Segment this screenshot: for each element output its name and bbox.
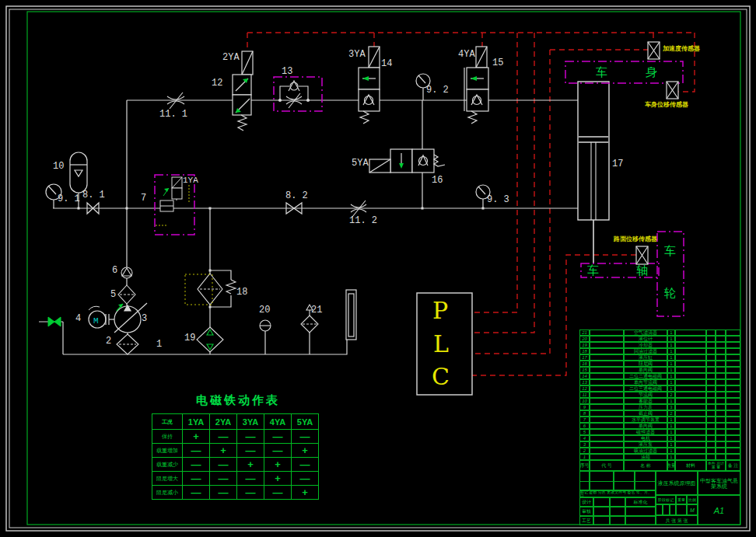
part-no: 4 — [579, 435, 590, 441]
part-no: 16 — [579, 361, 590, 367]
solenoid-state-cell: + — [264, 458, 292, 472]
part-code — [590, 361, 624, 367]
part-name: 磁性滤器 — [624, 429, 667, 435]
parts-list-row: 4电机1 — [579, 435, 740, 441]
part-material — [675, 392, 706, 398]
part-material — [675, 367, 706, 373]
part-remark — [726, 423, 740, 429]
part-name: 阻尼阀 — [624, 361, 667, 367]
part-qty: 1 — [667, 417, 675, 423]
label-2: 2 — [106, 336, 111, 346]
part-total-weight — [716, 417, 726, 423]
label-20: 20 — [259, 305, 270, 315]
solenoid-state-cell: + — [264, 472, 292, 486]
parts-header-material: 材料 — [675, 460, 706, 471]
part-name: 压力表 — [624, 404, 667, 410]
part-material — [675, 354, 706, 361]
solenoid-state-cell: — — [292, 430, 319, 444]
parts-list-row: 16阻尼阀1 — [579, 361, 740, 367]
part-unit-weight — [706, 398, 716, 404]
label-1: 1 — [156, 340, 162, 349]
part-remark — [726, 441, 740, 448]
label-17: 17 — [612, 159, 623, 169]
part-material — [675, 398, 706, 404]
parts-list-row: 5磁性滤器1 — [579, 429, 740, 435]
label-6: 6 — [112, 266, 117, 275]
parts-list-row: 17液压缸1 — [579, 354, 740, 361]
part-total-weight — [716, 435, 726, 441]
part-material — [675, 379, 706, 385]
part-unit-weight — [706, 336, 716, 342]
label-18: 18 — [236, 288, 247, 297]
part-code — [590, 441, 624, 448]
solenoid-state-cell: — — [237, 486, 264, 500]
part-no: 5 — [579, 429, 590, 435]
part-no: 10 — [579, 398, 590, 404]
solenoid-state-cell: + — [183, 430, 210, 444]
label-9-1: 9. 1 — [58, 194, 80, 204]
condition-label: 阻尼减小 — [152, 486, 183, 500]
solenoid-state-cell: + — [292, 444, 319, 458]
motor-letter: M — [93, 316, 99, 326]
part-name: 单向阀 — [624, 367, 667, 373]
label-11-2: 11. 2 — [349, 216, 377, 225]
part-qty: 1 — [667, 336, 675, 342]
label-15: 15 — [492, 58, 503, 68]
part-code — [590, 385, 624, 392]
acceleration-sensor-icon — [648, 42, 660, 59]
part-name: 冷却器 — [624, 342, 667, 348]
part-total-weight — [716, 348, 726, 354]
part-total-weight — [716, 354, 726, 361]
title-block-bottom: 标记 处数 分区 更改文件号 签名 年、月、日 设计 标准化 审核 工艺 液压系… — [579, 471, 740, 525]
part-remark — [726, 454, 740, 460]
part-material — [675, 361, 706, 367]
parts-header-weight-label: 重 量 — [712, 466, 720, 469]
part-qty: 1 — [667, 435, 675, 441]
condition-label: 载重增加 — [152, 444, 183, 458]
scale-value: M — [687, 504, 698, 515]
parts-header-weight: 单件 总计 重 量 — [706, 460, 726, 471]
part-qty: 1 — [667, 448, 675, 454]
part-unit-weight — [706, 354, 716, 361]
label-8-1: 8. 1 — [82, 190, 105, 200]
drawing-title: 液压系统原理图 — [656, 471, 698, 495]
parts-list-row: 8截止阀2 — [579, 410, 740, 417]
part-code — [590, 348, 624, 354]
stage-mark-label: 阶段标记 — [656, 495, 676, 504]
part-unit-weight — [706, 441, 716, 448]
check-valve-6 — [121, 267, 132, 278]
part-material — [675, 423, 706, 429]
part-code — [590, 423, 624, 429]
parts-list-header: 序号 代 号 名 称 数量 材料 单件 总计 重 量 备 注 — [579, 460, 740, 471]
filter-2 — [117, 334, 138, 354]
design-label: 设计 — [579, 497, 593, 507]
throttle-box-13 — [274, 77, 322, 111]
part-code — [590, 367, 624, 373]
solenoid-header-3ya: 3YA — [237, 414, 264, 430]
part-unit-weight — [706, 379, 716, 385]
axle-char-2: 轴 — [636, 264, 648, 276]
part-remark — [726, 336, 740, 342]
parts-list-row: 10蓄能器1 — [579, 398, 740, 404]
part-unit-weight — [706, 404, 716, 410]
part-code — [590, 448, 624, 454]
solenoid-state-cell: — — [210, 430, 237, 444]
solenoid-state-cell: — — [183, 444, 210, 458]
part-code — [590, 379, 624, 385]
sensor-symbols — [636, 42, 678, 264]
label-9-2: 9. 2 — [426, 85, 449, 95]
damper-valve-16 — [369, 149, 445, 173]
label-1ya: 1YA — [183, 176, 198, 185]
part-code — [590, 330, 624, 336]
part-total-weight — [716, 361, 726, 367]
part-material — [675, 330, 706, 336]
part-material — [675, 336, 706, 342]
part-remark — [726, 330, 740, 336]
part-total-weight — [716, 454, 726, 460]
part-unit-weight — [706, 454, 716, 460]
part-no: 12 — [579, 385, 590, 392]
parts-list-row: 3液压泵1 — [579, 441, 740, 448]
part-name: 节流阀 — [624, 392, 667, 398]
label-5ya: 5YA — [352, 159, 369, 168]
label-19: 19 — [184, 333, 195, 343]
